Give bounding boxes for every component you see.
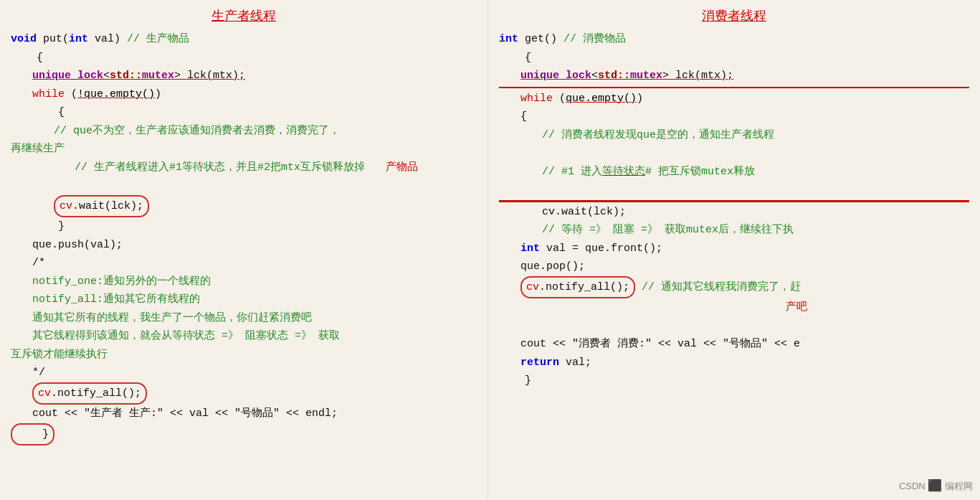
right-title: 消费者线程 [499, 7, 969, 24]
main-container: 生产者线程 void put(int val) // 生产物品 { unique… [0, 0, 980, 500]
code-line: cv.notify_all(); // 通知其它线程我消费完了，赶 [499, 276, 969, 299]
code-line: cv.wait(lck); [499, 203, 969, 222]
horizontal-rule [499, 87, 969, 88]
right-panel: 消费者线程 int get() // 消费物品 { unique_lock<st… [487, 0, 980, 500]
code-line: 互斥锁才能继续执行 [11, 346, 477, 364]
code-line: int val = que.front(); [499, 240, 969, 258]
code-line: /* [11, 254, 477, 273]
left-panel: 生产者线程 void put(int val) // 生产物品 { unique… [0, 0, 487, 500]
code-line: } [11, 423, 477, 446]
code-line: cout << "生产者 生产:" << val << "号物品" << end… [11, 405, 477, 423]
code-line: { [499, 49, 969, 67]
code-line: { [499, 108, 969, 126]
code-line: 通知其它所有的线程，我生产了一个物品，你们赶紧消费吧 [11, 309, 477, 328]
watermark-csdn: CSDN [899, 481, 928, 491]
code-line [499, 144, 969, 163]
code-line: } [499, 372, 969, 390]
code-line: void put(int val) // 生产物品 [11, 30, 477, 49]
code-line: while (!que.empty()) [11, 85, 477, 104]
code-line: cv.wait(lck); [11, 195, 477, 218]
code-line: { [11, 49, 477, 67]
watermark-logo: ⬛ [928, 479, 942, 491]
code-line: int get() // 消费物品 [499, 30, 969, 49]
code-line: // 生产者线程进入#1等待状态，并且#2把mtx互斥锁释放掉 产物品 [11, 159, 477, 177]
code-line: unique_lock<std::mutex> lck(mtx); [499, 67, 969, 85]
code-line: while (que.empty()) [499, 90, 969, 108]
code-line-annotation: 产吧 [499, 298, 969, 317]
code-line: // 消费者线程发现que是空的，通知生产者线程 [499, 126, 969, 145]
code-line [499, 317, 969, 336]
code-line [499, 181, 969, 199]
code-line: // 等待 =》 阻塞 =》 获取mutex后，继续往下执 [499, 221, 969, 240]
code-line: { [11, 103, 477, 122]
keyword-void: void [11, 33, 37, 45]
code-line: notify_one:通知另外的一个线程的 [11, 273, 477, 291]
watermark-text: 编程网 [945, 481, 973, 491]
code-line: cv.notify_all(); [11, 382, 477, 405]
code-line: */ [11, 364, 477, 382]
horizontal-rule-thick [499, 200, 969, 202]
code-line: } [11, 217, 477, 236]
code-line: return val; [499, 354, 969, 372]
code-line: notify_all:通知其它所有线程的 [11, 291, 477, 309]
code-line [11, 176, 477, 195]
code-line: cout << "消费者 消费:" << val << "号物品" << e [499, 335, 969, 354]
left-title: 生产者线程 [11, 7, 477, 24]
code-line: que.pop(); [499, 258, 969, 276]
code-line: // #1 进入等待状态# 把互斥锁mutex释放 [499, 163, 969, 181]
code-line: que.push(val); [11, 236, 477, 255]
code-line: 再继续生产 [11, 140, 477, 159]
code-line: unique_lock<std::mutex> lck(mtx); [11, 67, 477, 85]
code-line: 其它线程得到该通知，就会从等待状态 =》 阻塞状态 =》 获取 [11, 327, 477, 346]
code-line: // que不为空，生产者应该通知消费者去消费，消费完了， [11, 122, 477, 141]
watermark: CSDN ⬛ 编程网 [899, 478, 973, 493]
